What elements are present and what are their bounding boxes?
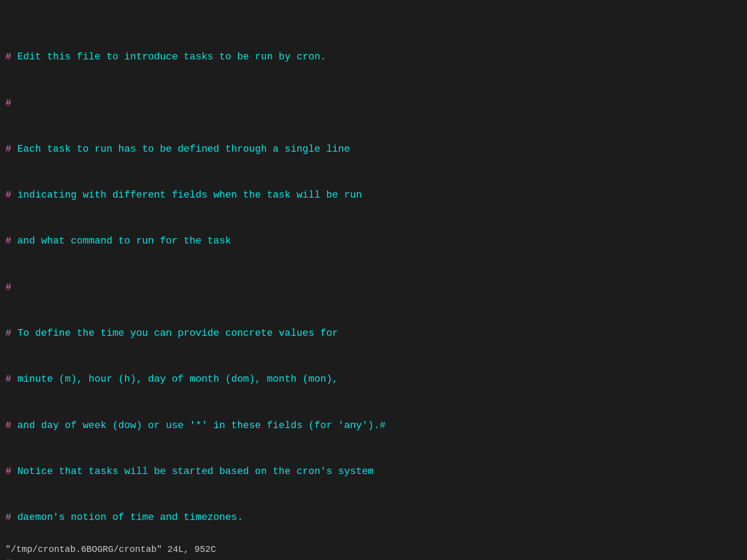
- hash-9: #: [5, 420, 11, 431]
- line-12: #: [5, 556, 742, 560]
- line-8: # minute (m), hour (h), day of month (do…: [5, 372, 742, 387]
- line-6: #: [5, 280, 742, 295]
- code-content: # Edit this file to introduce tasks to b…: [5, 4, 742, 560]
- hash-10: #: [5, 466, 11, 477]
- hash-11: #: [5, 512, 11, 523]
- hash-6: #: [5, 282, 11, 293]
- line-1: # Edit this file to introduce tasks to b…: [5, 50, 742, 65]
- line-3: # Each task to run has to be defined thr…: [5, 142, 742, 157]
- hash-12: #: [5, 558, 11, 560]
- hash-3: #: [5, 144, 11, 155]
- line-10: # Notice that tasks will be started base…: [5, 464, 742, 479]
- status-bar: "/tmp/crontab.6BOGRG/crontab" 24L, 952C: [5, 544, 216, 555]
- line-5: # and what command to run for the task: [5, 234, 742, 249]
- hash-1: #: [5, 51, 11, 63]
- line-4: # indicating with different fields when …: [5, 188, 742, 203]
- hash-2: #: [5, 98, 11, 109]
- editor-container: # Edit this file to introduce tasks to b…: [0, 0, 747, 560]
- line-11: # daemon's notion of time and timezones.: [5, 510, 742, 525]
- status-text: "/tmp/crontab.6BOGRG/crontab" 24L, 952C: [5, 544, 216, 555]
- hash-4: #: [5, 190, 11, 201]
- line-9: # and day of week (dow) or use '*' in th…: [5, 418, 742, 434]
- hash-7: #: [5, 328, 11, 339]
- hash-8: #: [5, 374, 11, 385]
- hash-5: #: [5, 235, 11, 247]
- line-7: # To define the time you can provide con…: [5, 326, 742, 341]
- line-2: #: [5, 96, 742, 111]
